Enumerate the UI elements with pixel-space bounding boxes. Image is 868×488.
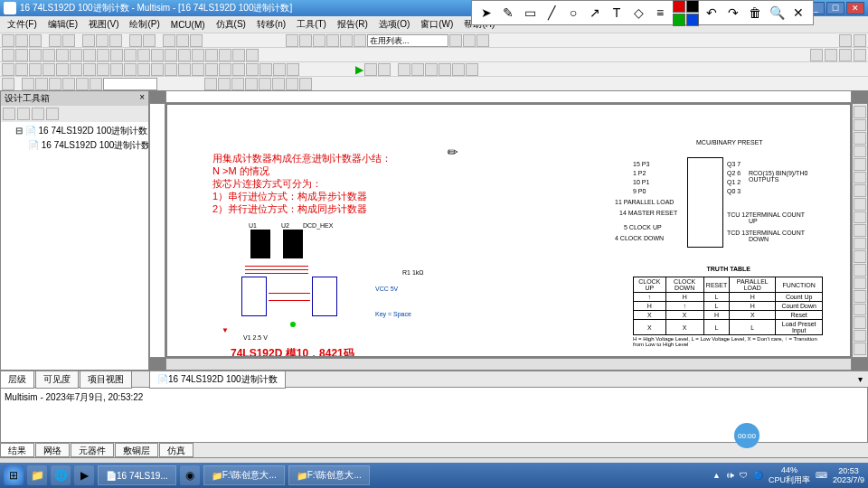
menu-transfer[interactable]: 转移(n): [253, 16, 289, 33]
sim-btn-14[interactable]: [178, 63, 191, 76]
iv-analyzer-icon[interactable]: [854, 224, 866, 237]
diode-button[interactable]: [29, 49, 42, 61]
sim-extra-4[interactable]: [439, 63, 451, 76]
taskbar-app-folder2[interactable]: 📁 F:\陈创意大...: [288, 465, 370, 485]
oscilloscope-icon[interactable]: [854, 145, 866, 158]
menu-options[interactable]: 选项(O): [375, 16, 413, 33]
spectrum-icon[interactable]: [854, 250, 866, 263]
sim-btn-8[interactable]: [97, 63, 109, 76]
sidebar-tool-4[interactable]: [46, 108, 59, 120]
color-red[interactable]: [673, 0, 685, 13]
align-2[interactable]: [218, 78, 231, 90]
menu-tools[interactable]: 工具(T): [293, 16, 330, 33]
new-button[interactable]: [2, 34, 14, 47]
color-green[interactable]: [673, 14, 685, 26]
word-gen-icon[interactable]: [854, 184, 866, 197]
funcgen-icon[interactable]: [854, 119, 866, 132]
tab-copper[interactable]: 敷铜层: [115, 443, 158, 457]
menu-reports[interactable]: 报告(R): [334, 16, 372, 33]
taskbar-app-folder1[interactable]: 📁 F:\陈创意大...: [203, 465, 285, 485]
menu-simulate[interactable]: 仿真(S): [212, 16, 250, 33]
place-3[interactable]: [35, 78, 48, 90]
pause-sim-button[interactable]: [364, 63, 377, 76]
menu-file[interactable]: 文件(F): [4, 16, 41, 33]
indicator-button[interactable]: [124, 49, 137, 61]
align-7[interactable]: [286, 78, 298, 90]
align-1[interactable]: [204, 78, 217, 90]
doc-tab-menu-icon[interactable]: ▾: [853, 374, 868, 384]
labview-icon[interactable]: [854, 330, 866, 343]
tab-net[interactable]: 网络: [35, 443, 70, 457]
circle-icon[interactable]: ○: [564, 4, 582, 22]
place-5[interactable]: [62, 78, 75, 90]
print-button[interactable]: [49, 34, 61, 47]
menu-place[interactable]: 绘制(P): [126, 16, 163, 33]
tb-btn-6[interactable]: [354, 34, 366, 47]
ttl-button[interactable]: [70, 49, 82, 61]
sim-extra-5[interactable]: [452, 63, 465, 76]
save-button[interactable]: [29, 34, 42, 47]
sim-btn-22[interactable]: [287, 63, 299, 76]
tree-root[interactable]: ⊟ 📄 16 74LS192D 100进制计数: [3, 124, 146, 138]
align-6[interactable]: [272, 78, 285, 90]
connector-button[interactable]: [205, 49, 218, 61]
current-probe-icon[interactable]: [854, 343, 866, 355]
tb-right-2[interactable]: [854, 34, 866, 47]
power-button[interactable]: [137, 49, 150, 61]
misc-digital-button[interactable]: [97, 49, 109, 61]
align-3[interactable]: [231, 78, 244, 90]
sim-btn-5[interactable]: [56, 63, 69, 76]
start-button[interactable]: ⊞: [4, 465, 24, 485]
sim-btn-21[interactable]: [273, 63, 286, 76]
sim-btn-13[interactable]: [165, 63, 177, 76]
basic-button[interactable]: [15, 49, 28, 61]
sim-btn-20[interactable]: [259, 63, 272, 76]
trash-icon[interactable]: 🗑: [746, 4, 764, 22]
agilent-fg-icon[interactable]: [854, 277, 866, 290]
copy-button[interactable]: [96, 34, 108, 47]
place-1[interactable]: [2, 78, 14, 90]
explorer-icon[interactable]: 📁: [27, 465, 47, 485]
sim-btn-4[interactable]: [42, 63, 55, 76]
sim-btn-6[interactable]: [70, 63, 82, 76]
zoom-icon[interactable]: 🔍: [768, 4, 786, 22]
cmos-button[interactable]: [83, 49, 96, 61]
tab-project[interactable]: 项目视图: [80, 371, 132, 389]
run-sim-button[interactable]: ▶: [355, 63, 363, 76]
stop-sim-button[interactable]: [378, 63, 391, 76]
menu-mcu[interactable]: MCU(M): [167, 18, 209, 32]
zoom-area-button[interactable]: [810, 49, 823, 61]
tab-sim[interactable]: 仿真: [159, 443, 193, 457]
taskbar-app-round[interactable]: ◉: [180, 465, 200, 485]
distortion-icon[interactable]: [854, 238, 866, 250]
sim-btn-11[interactable]: [137, 63, 150, 76]
tab-visible[interactable]: 可见度: [35, 371, 79, 389]
sidebar-tool-3[interactable]: [32, 108, 44, 120]
zoom-out-button[interactable]: [176, 34, 189, 47]
tb-btn-4[interactable]: [326, 34, 339, 47]
undo-icon[interactable]: ↶: [703, 4, 721, 22]
pointer-icon[interactable]: ➤: [477, 4, 495, 22]
network-icon[interactable]: [854, 264, 866, 277]
video-icon[interactable]: ▶: [74, 465, 94, 485]
place-4[interactable]: [49, 78, 61, 90]
tab-component[interactable]: 元器件: [71, 443, 114, 457]
agilent-mm-icon[interactable]: [854, 290, 866, 303]
mcu-comp-button[interactable]: [219, 49, 231, 61]
pen-icon[interactable]: ✎: [499, 4, 517, 22]
close-button[interactable]: ✕: [846, 2, 864, 14]
zoom-mag-button[interactable]: [854, 49, 866, 61]
sim-btn-16[interactable]: [205, 63, 218, 76]
zoom-in-button[interactable]: [163, 34, 175, 47]
rf-button[interactable]: [165, 49, 177, 61]
sidebar-close-icon[interactable]: ×: [139, 92, 145, 105]
transistor-button[interactable]: [42, 49, 55, 61]
tray-icon-1[interactable]: ▲: [712, 471, 721, 480]
align-8[interactable]: [299, 78, 312, 90]
sim-btn-3[interactable]: [29, 63, 42, 76]
tb-btn-5[interactable]: [340, 34, 353, 47]
menu-view[interactable]: 视图(V): [85, 16, 122, 33]
tb-right-1[interactable]: [839, 34, 852, 47]
zoom-full-button[interactable]: [839, 49, 852, 61]
tray-time[interactable]: 20:53: [833, 466, 864, 475]
